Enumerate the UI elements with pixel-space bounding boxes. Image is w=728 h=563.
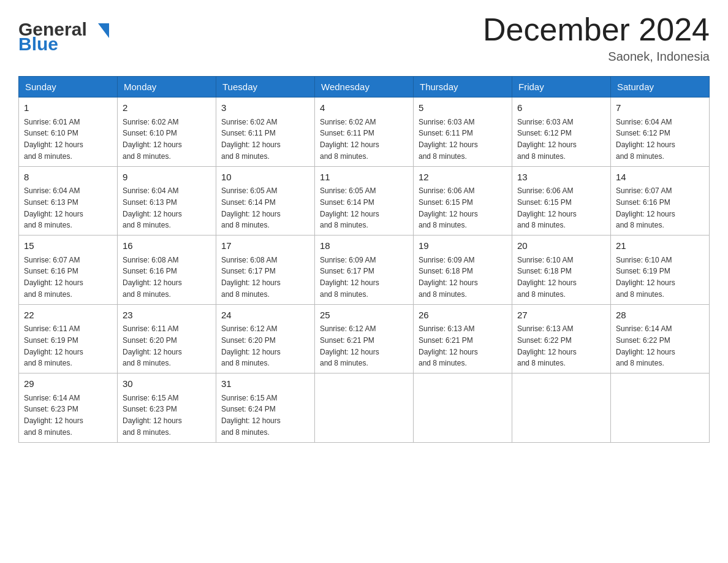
calendar-cell-w4-d3: 25 Sunrise: 6:12 AMSunset: 6:21 PMDaylig… xyxy=(315,304,414,373)
day-number: 14 xyxy=(616,170,704,185)
calendar-cell-w3-d6: 21 Sunrise: 6:10 AMSunset: 6:19 PMDaylig… xyxy=(611,236,710,305)
calendar-cell-w3-d4: 19 Sunrise: 6:09 AMSunset: 6:18 PMDaylig… xyxy=(414,236,512,305)
day-info: Sunrise: 6:08 AMSunset: 6:17 PMDaylight:… xyxy=(221,256,281,299)
calendar-cell-w1-d6: 7 Sunrise: 6:04 AMSunset: 6:12 PMDayligh… xyxy=(611,98,710,167)
day-number: 8 xyxy=(24,170,112,185)
day-info: Sunrise: 6:12 AMSunset: 6:20 PMDaylight:… xyxy=(221,324,281,367)
calendar-cell-w3-d5: 20 Sunrise: 6:10 AMSunset: 6:18 PMDaylig… xyxy=(512,236,611,305)
day-info: Sunrise: 6:04 AMSunset: 6:13 PMDaylight:… xyxy=(24,186,83,229)
day-number: 9 xyxy=(123,170,211,185)
day-info: Sunrise: 6:01 AMSunset: 6:10 PMDaylight:… xyxy=(24,118,83,161)
calendar-cell-w5-d3 xyxy=(315,373,414,443)
day-info: Sunrise: 6:09 AMSunset: 6:17 PMDaylight:… xyxy=(320,256,379,299)
calendar-cell-w5-d2: 31 Sunrise: 6:15 AMSunset: 6:24 PMDaylig… xyxy=(216,373,315,443)
day-info: Sunrise: 6:12 AMSunset: 6:21 PMDaylight:… xyxy=(320,324,379,367)
col-thursday: Thursday xyxy=(414,77,512,98)
day-info: Sunrise: 6:05 AMSunset: 6:14 PMDaylight:… xyxy=(221,186,281,229)
day-number: 23 xyxy=(123,308,211,323)
day-info: Sunrise: 6:07 AMSunset: 6:16 PMDaylight:… xyxy=(24,256,83,299)
day-number: 26 xyxy=(419,308,507,323)
col-friday: Friday xyxy=(512,77,611,98)
day-info: Sunrise: 6:09 AMSunset: 6:18 PMDaylight:… xyxy=(419,256,478,299)
col-sunday: Sunday xyxy=(19,77,118,98)
day-number: 12 xyxy=(419,170,507,185)
day-info: Sunrise: 6:15 AMSunset: 6:23 PMDaylight:… xyxy=(123,394,182,437)
day-info: Sunrise: 6:08 AMSunset: 6:16 PMDaylight:… xyxy=(123,256,182,299)
day-number: 16 xyxy=(123,239,211,253)
day-number: 6 xyxy=(517,101,605,115)
title-section: December 2024 Saonek, Indonesia xyxy=(483,12,710,64)
calendar-cell-w3-d3: 18 Sunrise: 6:09 AMSunset: 6:17 PMDaylig… xyxy=(315,236,414,305)
day-number: 30 xyxy=(123,377,211,391)
calendar-cell-w4-d1: 23 Sunrise: 6:11 AMSunset: 6:20 PMDaylig… xyxy=(118,304,216,373)
calendar-cell-w2-d3: 11 Sunrise: 6:05 AMSunset: 6:14 PMDaylig… xyxy=(315,166,414,236)
day-number: 25 xyxy=(320,308,408,323)
day-number: 24 xyxy=(221,308,309,323)
day-info: Sunrise: 6:06 AMSunset: 6:15 PMDaylight:… xyxy=(517,186,577,229)
day-number: 28 xyxy=(616,308,704,323)
day-info: Sunrise: 6:07 AMSunset: 6:16 PMDaylight:… xyxy=(616,186,675,229)
col-saturday: Saturday xyxy=(611,77,710,98)
col-monday: Monday xyxy=(118,77,216,98)
day-number: 18 xyxy=(320,239,408,253)
day-number: 1 xyxy=(24,101,112,115)
calendar-cell-w1-d3: 4 Sunrise: 6:02 AMSunset: 6:11 PMDayligh… xyxy=(315,98,414,167)
calendar-cell-w5-d6 xyxy=(611,373,710,443)
day-number: 17 xyxy=(221,239,309,253)
day-info: Sunrise: 6:02 AMSunset: 6:11 PMDaylight:… xyxy=(221,118,281,161)
day-info: Sunrise: 6:05 AMSunset: 6:14 PMDaylight:… xyxy=(320,186,379,229)
day-number: 15 xyxy=(24,239,112,253)
calendar-week-3: 15 Sunrise: 6:07 AMSunset: 6:16 PMDaylig… xyxy=(19,236,710,305)
calendar-week-5: 29 Sunrise: 6:14 AMSunset: 6:23 PMDaylig… xyxy=(19,373,710,443)
day-info: Sunrise: 6:10 AMSunset: 6:18 PMDaylight:… xyxy=(517,256,577,299)
calendar-cell-w2-d1: 9 Sunrise: 6:04 AMSunset: 6:13 PMDayligh… xyxy=(118,166,216,236)
col-tuesday: Tuesday xyxy=(216,77,315,98)
page-header: General Blue December 2024 Saonek, Indon… xyxy=(18,12,710,64)
day-info: Sunrise: 6:15 AMSunset: 6:24 PMDaylight:… xyxy=(221,394,281,437)
day-info: Sunrise: 6:03 AMSunset: 6:12 PMDaylight:… xyxy=(517,118,577,161)
calendar-week-1: 1 Sunrise: 6:01 AMSunset: 6:10 PMDayligh… xyxy=(19,98,710,167)
calendar-cell-w2-d2: 10 Sunrise: 6:05 AMSunset: 6:14 PMDaylig… xyxy=(216,166,315,236)
day-number: 19 xyxy=(419,239,507,253)
svg-marker-1 xyxy=(98,23,109,38)
day-info: Sunrise: 6:13 AMSunset: 6:21 PMDaylight:… xyxy=(419,324,478,367)
calendar-cell-w5-d4 xyxy=(414,373,512,443)
calendar-cell-w3-d2: 17 Sunrise: 6:08 AMSunset: 6:17 PMDaylig… xyxy=(216,236,315,305)
calendar-cell-w5-d1: 30 Sunrise: 6:15 AMSunset: 6:23 PMDaylig… xyxy=(118,373,216,443)
day-number: 13 xyxy=(517,170,605,185)
calendar-cell-w2-d6: 14 Sunrise: 6:07 AMSunset: 6:16 PMDaylig… xyxy=(611,166,710,236)
day-number: 7 xyxy=(616,101,704,115)
day-number: 4 xyxy=(320,101,408,115)
day-info: Sunrise: 6:11 AMSunset: 6:19 PMDaylight:… xyxy=(24,324,83,367)
calendar-week-4: 22 Sunrise: 6:11 AMSunset: 6:19 PMDaylig… xyxy=(19,304,710,373)
logo-svg: General Blue xyxy=(18,12,135,55)
day-number: 31 xyxy=(221,377,309,391)
calendar-week-2: 8 Sunrise: 6:04 AMSunset: 6:13 PMDayligh… xyxy=(19,166,710,236)
day-number: 29 xyxy=(24,377,112,391)
calendar-cell-w4-d4: 26 Sunrise: 6:13 AMSunset: 6:21 PMDaylig… xyxy=(414,304,512,373)
day-number: 22 xyxy=(24,308,112,323)
calendar-subtitle: Saonek, Indonesia xyxy=(483,50,710,64)
svg-text:Blue: Blue xyxy=(18,34,58,54)
calendar-table: Sunday Monday Tuesday Wednesday Thursday… xyxy=(18,76,710,443)
day-info: Sunrise: 6:10 AMSunset: 6:19 PMDaylight:… xyxy=(616,256,675,299)
calendar-cell-w5-d0: 29 Sunrise: 6:14 AMSunset: 6:23 PMDaylig… xyxy=(19,373,118,443)
calendar-cell-w1-d5: 6 Sunrise: 6:03 AMSunset: 6:12 PMDayligh… xyxy=(512,98,611,167)
calendar-title: December 2024 xyxy=(483,12,710,47)
col-wednesday: Wednesday xyxy=(315,77,414,98)
day-info: Sunrise: 6:04 AMSunset: 6:13 PMDaylight:… xyxy=(123,186,182,229)
calendar-header-row: Sunday Monday Tuesday Wednesday Thursday… xyxy=(19,77,710,98)
calendar-cell-w1-d4: 5 Sunrise: 6:03 AMSunset: 6:11 PMDayligh… xyxy=(414,98,512,167)
calendar-cell-w3-d1: 16 Sunrise: 6:08 AMSunset: 6:16 PMDaylig… xyxy=(118,236,216,305)
day-number: 21 xyxy=(616,239,704,253)
calendar-cell-w1-d0: 1 Sunrise: 6:01 AMSunset: 6:10 PMDayligh… xyxy=(19,98,118,167)
calendar-cell-w2-d4: 12 Sunrise: 6:06 AMSunset: 6:15 PMDaylig… xyxy=(414,166,512,236)
day-info: Sunrise: 6:02 AMSunset: 6:11 PMDaylight:… xyxy=(320,118,379,161)
day-info: Sunrise: 6:14 AMSunset: 6:22 PMDaylight:… xyxy=(616,324,675,367)
calendar-cell-w4-d0: 22 Sunrise: 6:11 AMSunset: 6:19 PMDaylig… xyxy=(19,304,118,373)
calendar-cell-w1-d2: 3 Sunrise: 6:02 AMSunset: 6:11 PMDayligh… xyxy=(216,98,315,167)
calendar-cell-w2-d5: 13 Sunrise: 6:06 AMSunset: 6:15 PMDaylig… xyxy=(512,166,611,236)
calendar-cell-w4-d6: 28 Sunrise: 6:14 AMSunset: 6:22 PMDaylig… xyxy=(611,304,710,373)
logo: General Blue xyxy=(18,12,135,55)
day-info: Sunrise: 6:04 AMSunset: 6:12 PMDaylight:… xyxy=(616,118,675,161)
